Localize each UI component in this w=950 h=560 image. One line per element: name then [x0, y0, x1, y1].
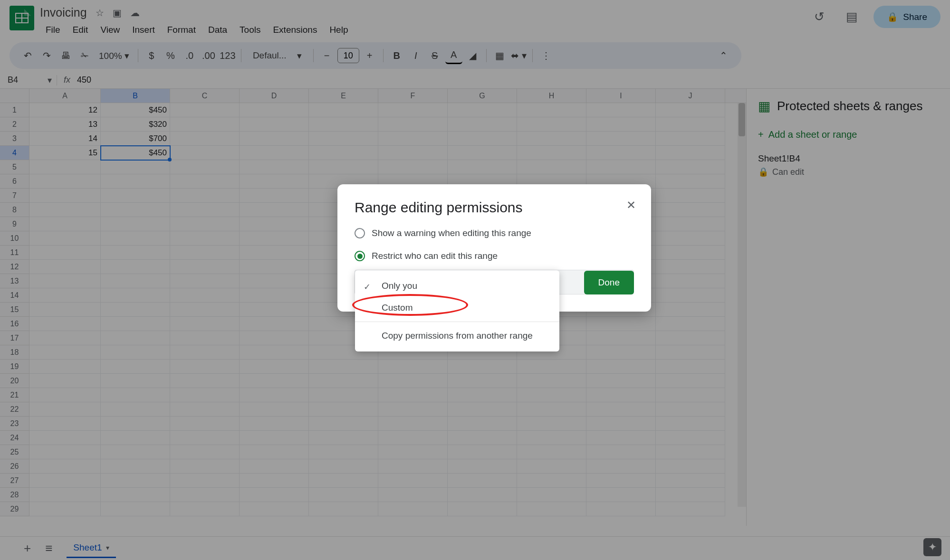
cell[interactable]	[309, 132, 378, 146]
cell[interactable]	[240, 217, 309, 231]
dropdown-option-copy[interactable]: Copy permissions from another range	[355, 322, 559, 347]
row-header[interactable]: 26	[0, 459, 29, 474]
cell[interactable]	[586, 117, 656, 132]
cell[interactable]	[240, 502, 309, 516]
cell[interactable]	[448, 474, 517, 488]
cell[interactable]	[29, 374, 101, 388]
cell[interactable]	[656, 117, 725, 132]
cell[interactable]	[29, 274, 101, 288]
cell[interactable]	[240, 459, 309, 474]
cell[interactable]	[170, 474, 240, 488]
menu-extensions[interactable]: Extensions	[267, 22, 323, 38]
cell[interactable]	[517, 360, 586, 374]
collapse-toolbar-button[interactable]: ⌃	[715, 47, 732, 64]
cell[interactable]	[309, 431, 378, 445]
percent-button[interactable]: %	[162, 47, 179, 64]
row-header[interactable]: 15	[0, 303, 29, 317]
number-format-button[interactable]: 123	[219, 47, 236, 64]
cell[interactable]	[101, 374, 170, 388]
cell[interactable]	[170, 388, 240, 402]
cell[interactable]	[656, 402, 725, 417]
restrict-option[interactable]: Restrict who can edit this range	[355, 251, 634, 261]
cell[interactable]	[656, 474, 725, 488]
cell[interactable]: $450	[101, 103, 170, 117]
column-header[interactable]: E	[309, 89, 378, 103]
cell[interactable]	[101, 431, 170, 445]
cell[interactable]	[101, 402, 170, 417]
borders-button[interactable]: ▦	[491, 47, 509, 64]
cell[interactable]	[101, 303, 170, 317]
cell[interactable]	[170, 431, 240, 445]
cell[interactable]	[656, 303, 725, 317]
dropdown-option-only-you[interactable]: ✓ Only you	[355, 275, 559, 297]
cell[interactable]	[656, 246, 725, 260]
print-button[interactable]: 🖶	[57, 47, 74, 64]
cell[interactable]	[29, 417, 101, 431]
cell[interactable]	[586, 103, 656, 117]
cell[interactable]	[448, 103, 517, 117]
cell[interactable]	[656, 345, 725, 360]
cell[interactable]	[448, 146, 517, 160]
done-button[interactable]: Done	[584, 271, 634, 294]
cell[interactable]: $450	[101, 146, 170, 160]
cell[interactable]	[240, 203, 309, 217]
cell[interactable]	[517, 103, 586, 117]
cell[interactable]	[101, 288, 170, 303]
cell[interactable]	[29, 160, 101, 174]
cell[interactable]	[586, 317, 656, 331]
cell[interactable]	[170, 445, 240, 459]
row-header[interactable]: 3	[0, 132, 29, 146]
cell[interactable]	[586, 474, 656, 488]
cell[interactable]	[170, 402, 240, 417]
select-all-corner[interactable]	[0, 89, 29, 103]
cell[interactable]	[240, 189, 309, 203]
cell[interactable]	[240, 445, 309, 459]
cell[interactable]	[29, 317, 101, 331]
cell[interactable]	[240, 274, 309, 288]
cell[interactable]	[378, 431, 448, 445]
row-header[interactable]: 27	[0, 474, 29, 488]
menu-format[interactable]: Format	[162, 22, 202, 38]
cell[interactable]	[448, 431, 517, 445]
sheets-logo[interactable]	[10, 6, 34, 30]
cell[interactable]	[29, 303, 101, 317]
row-header[interactable]: 14	[0, 288, 29, 303]
cell[interactable]	[29, 388, 101, 402]
cell[interactable]	[586, 445, 656, 459]
cell[interactable]	[517, 160, 586, 174]
cell[interactable]	[656, 146, 725, 160]
row-header[interactable]: 8	[0, 203, 29, 217]
cell[interactable]	[240, 246, 309, 260]
cell[interactable]	[517, 502, 586, 516]
cell[interactable]	[378, 117, 448, 132]
cell[interactable]	[240, 360, 309, 374]
cell[interactable]	[448, 445, 517, 459]
cell[interactable]	[170, 174, 240, 189]
cell[interactable]	[101, 502, 170, 516]
cell[interactable]	[240, 146, 309, 160]
cell[interactable]	[240, 303, 309, 317]
cell[interactable]	[448, 488, 517, 502]
cell[interactable]	[309, 445, 378, 459]
row-header[interactable]: 23	[0, 417, 29, 431]
column-header[interactable]: G	[448, 89, 517, 103]
cell[interactable]	[656, 445, 725, 459]
cell[interactable]	[656, 260, 725, 274]
cell[interactable]	[29, 345, 101, 360]
cell[interactable]	[517, 417, 586, 431]
cell[interactable]	[240, 231, 309, 246]
add-range-button[interactable]: + Add a sheet or range	[758, 129, 939, 140]
menu-data[interactable]: Data	[202, 22, 233, 38]
text-color-button[interactable]: A	[445, 47, 462, 64]
cell[interactable]	[240, 388, 309, 402]
protected-range-item[interactable]: Sheet1!B4 🔒 Can edit	[758, 153, 939, 177]
column-header[interactable]: D	[240, 89, 309, 103]
cell[interactable]	[240, 417, 309, 431]
row-header[interactable]: 18	[0, 345, 29, 360]
row-header[interactable]: 2	[0, 117, 29, 132]
cell[interactable]	[517, 132, 586, 146]
cell[interactable]	[586, 360, 656, 374]
cell[interactable]	[586, 331, 656, 345]
cell[interactable]	[378, 474, 448, 488]
cell[interactable]	[29, 459, 101, 474]
